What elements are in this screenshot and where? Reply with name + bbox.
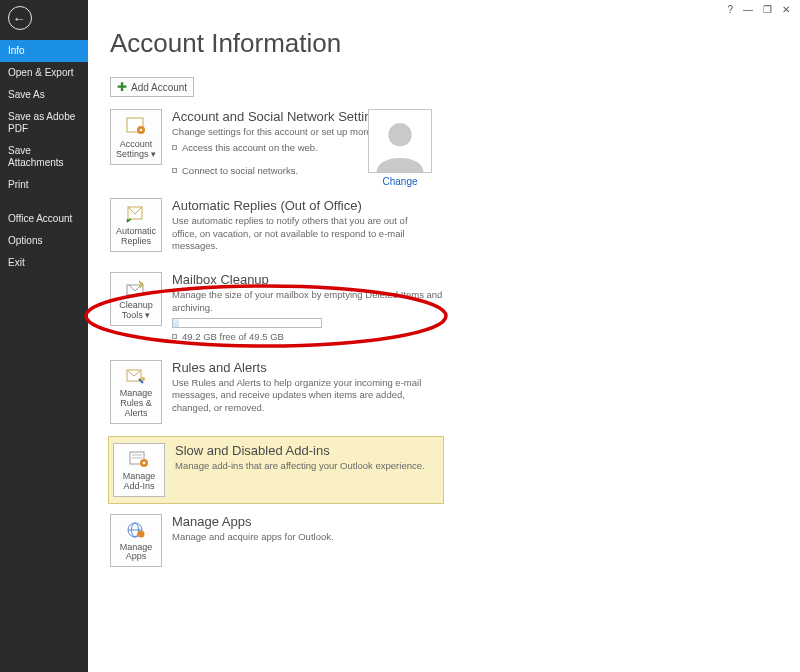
sidebar-item-print[interactable]: Print (0, 174, 88, 196)
section-mailbox-cleanup: Cleanup Tools ▾ Mailbox Cleanup Manage t… (110, 268, 550, 350)
content-area: Account Information ✚ Add Account Accoun… (100, 22, 800, 672)
sidebar-item-info[interactable]: Info (0, 40, 88, 62)
svg-point-12 (143, 461, 146, 464)
sidebar-item-exit[interactable]: Exit (0, 252, 88, 274)
addins-desc: Manage add-ins that are affecting your O… (175, 460, 435, 472)
account-settings-web-link[interactable]: Access this account on the web. (172, 142, 550, 153)
account-photo-block: Change (368, 109, 432, 187)
manage-apps-desc: Manage and acquire apps for Outlook. (172, 531, 432, 543)
section-addins-highlighted: Manage Add-Ins Slow and Disabled Add-ins… (108, 436, 444, 504)
mailbox-cleanup-title: Mailbox Cleanup (172, 272, 550, 287)
add-account-label: Add Account (131, 82, 187, 93)
sidebar-item-options[interactable]: Options (0, 230, 88, 252)
mailbox-free-text: 49.2 GB free of 49.5 GB (172, 331, 550, 342)
svg-point-7 (141, 377, 145, 381)
addins-title: Slow and Disabled Add-ins (175, 443, 439, 458)
automatic-replies-title: Automatic Replies (Out of Office) (172, 198, 550, 213)
bullet-icon (172, 334, 177, 339)
add-account-button[interactable]: ✚ Add Account (110, 77, 194, 97)
manage-rules-alerts-label: Manage Rules & Alerts (113, 389, 159, 419)
sidebar-item-save-as[interactable]: Save As (0, 84, 88, 106)
manage-addins-button[interactable]: Manage Add-Ins (113, 443, 165, 497)
maximize-icon[interactable]: ❐ (763, 4, 772, 15)
automatic-replies-icon (125, 205, 147, 223)
sidebar-item-save-attachments[interactable]: Save Attachments (0, 140, 88, 174)
sidebar-item-office-account[interactable]: Office Account (0, 208, 88, 230)
section-account-settings: Account Settings ▾ Account and Social Ne… (110, 105, 550, 184)
section-automatic-replies: Automatic Replies Automatic Replies (Out… (110, 194, 550, 262)
manage-apps-button[interactable]: Manage Apps (110, 514, 162, 568)
cleanup-tools-button[interactable]: Cleanup Tools ▾ (110, 272, 162, 326)
svg-point-16 (138, 530, 145, 537)
manage-addins-icon (128, 450, 150, 468)
account-settings-social-link[interactable]: Connect to social networks. (172, 165, 550, 176)
close-icon[interactable]: ✕ (782, 4, 790, 15)
avatar-icon (372, 116, 428, 172)
minimize-icon[interactable]: — (743, 4, 753, 15)
automatic-replies-button[interactable]: Automatic Replies (110, 198, 162, 252)
manage-addins-label: Manage Add-Ins (116, 472, 162, 492)
change-photo-link[interactable]: Change (368, 176, 432, 187)
automatic-replies-label: Automatic Replies (113, 227, 159, 247)
page-title: Account Information (110, 28, 800, 59)
rules-alerts-icon (125, 367, 147, 385)
account-settings-icon (125, 116, 147, 136)
account-settings-label: Account Settings ▾ (113, 140, 159, 160)
sidebar-item-open-export[interactable]: Open & Export (0, 62, 88, 84)
bullet-icon (172, 145, 177, 150)
help-icon[interactable]: ? (727, 4, 733, 15)
cleanup-tools-icon (125, 279, 147, 297)
avatar-placeholder[interactable] (368, 109, 432, 173)
svg-point-3 (388, 123, 411, 146)
manage-apps-icon (125, 521, 147, 539)
rules-alerts-title: Rules and Alerts (172, 360, 550, 375)
manage-apps-title: Manage Apps (172, 514, 550, 529)
cleanup-tools-label: Cleanup Tools ▾ (113, 301, 159, 321)
account-settings-title: Account and Social Network Settings (172, 109, 550, 124)
sidebar-item-save-adobe-pdf[interactable]: Save as Adobe PDF (0, 106, 88, 140)
title-bar: ? — ❐ ✕ (0, 0, 800, 18)
account-settings-button[interactable]: Account Settings ▾ (110, 109, 162, 165)
mailbox-cleanup-desc: Manage the size of your mailbox by empty… (172, 289, 472, 314)
manage-rules-alerts-button[interactable]: Manage Rules & Alerts (110, 360, 162, 424)
manage-apps-label: Manage Apps (113, 543, 159, 563)
section-rules-alerts: Manage Rules & Alerts Rules and Alerts U… (110, 356, 550, 430)
mailbox-usage-bar (172, 318, 322, 328)
plus-icon: ✚ (117, 81, 127, 93)
backstage-sidebar: ← Info Open & Export Save As Save as Ado… (0, 0, 88, 672)
section-manage-apps: Manage Apps Manage Apps Manage and acqui… (110, 510, 550, 574)
bullet-icon (172, 168, 177, 173)
rules-alerts-desc: Use Rules and Alerts to help organize yo… (172, 377, 432, 414)
svg-point-2 (140, 129, 143, 132)
automatic-replies-desc: Use automatic replies to notify others t… (172, 215, 432, 252)
